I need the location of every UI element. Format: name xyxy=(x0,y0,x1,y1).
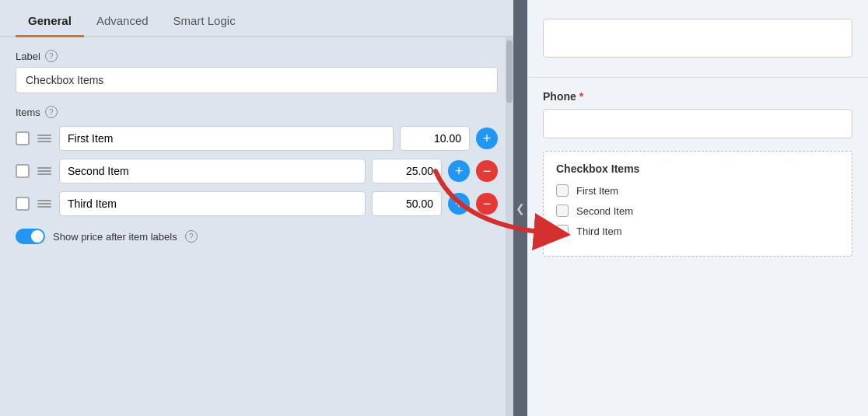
show-price-toggle[interactable] xyxy=(16,229,45,244)
label-help-icon[interactable]: ? xyxy=(45,50,58,62)
checkbox-option-2: Second Item xyxy=(556,205,839,217)
item-checkbox-3[interactable] xyxy=(16,197,30,211)
item-price-input-3[interactable] xyxy=(372,191,442,216)
right-top-input-box xyxy=(543,19,852,58)
scrollbar[interactable] xyxy=(506,37,513,416)
right-content-area: Phone * Checkbox Items First Item Second… xyxy=(527,78,868,416)
items-form-group: Items ? + xyxy=(16,106,498,216)
tab-advanced[interactable]: Advanced xyxy=(84,6,161,37)
collapse-icon: ❮ xyxy=(516,202,525,215)
item-checkbox-1[interactable] xyxy=(16,131,30,145)
opt-checkbox-3[interactable] xyxy=(556,225,569,237)
remove-item-button-3[interactable]: − xyxy=(476,193,498,215)
tabs-bar: General Advanced Smart Logic xyxy=(0,0,513,37)
phone-field-label: Phone * xyxy=(543,90,852,103)
phone-input-box[interactable] xyxy=(543,109,852,138)
tab-general[interactable]: General xyxy=(16,6,84,37)
drag-handle-3[interactable] xyxy=(36,198,53,209)
item-name-input-2[interactable] xyxy=(59,159,366,184)
items-help-icon[interactable]: ? xyxy=(45,106,58,118)
item-checkbox-2[interactable] xyxy=(16,164,30,178)
add-item-button-3[interactable]: + xyxy=(448,193,470,215)
add-item-button-1[interactable]: + xyxy=(476,128,498,149)
checkbox-items-preview-title: Checkbox Items xyxy=(556,163,839,175)
scrollbar-thumb[interactable] xyxy=(506,40,513,103)
label-form-group: Label ? xyxy=(16,50,498,93)
item-price-input-1[interactable] xyxy=(400,126,470,151)
left-panel: General Advanced Smart Logic Label ? Ite… xyxy=(0,0,513,416)
show-price-label: Show price after item labels xyxy=(53,231,177,243)
checkbox-option-1: First Item xyxy=(556,184,839,197)
show-price-help-icon[interactable]: ? xyxy=(185,230,198,243)
opt-label-1: First Item xyxy=(576,185,618,197)
label-field-label: Label ? xyxy=(16,50,498,62)
opt-checkbox-1[interactable] xyxy=(556,184,569,197)
tab-smart-logic[interactable]: Smart Logic xyxy=(161,6,248,37)
opt-label-2: Second Item xyxy=(576,205,633,217)
panel-divider[interactable]: ❮ xyxy=(513,0,527,416)
label-text-input[interactable] xyxy=(16,67,498,93)
add-item-button-2[interactable]: + xyxy=(448,160,470,182)
right-panel: Phone * Checkbox Items First Item Second… xyxy=(527,0,868,416)
item-price-input-2[interactable] xyxy=(372,159,442,184)
drag-handle-2[interactable] xyxy=(36,166,53,177)
left-content-area: Label ? Items ? + xyxy=(0,37,513,416)
item-row-2: + − xyxy=(16,159,498,184)
required-star: * xyxy=(579,90,583,103)
opt-label-3: Third Item xyxy=(576,225,622,237)
item-row-3: + − xyxy=(16,191,498,216)
item-row-1: + xyxy=(16,126,498,151)
item-name-input-3[interactable] xyxy=(59,191,366,216)
show-price-toggle-row: Show price after item labels ? xyxy=(16,229,498,244)
drag-handle-1[interactable] xyxy=(36,133,53,144)
opt-checkbox-2[interactable] xyxy=(556,205,569,217)
checkbox-option-3: Third Item xyxy=(556,225,839,237)
right-top-area xyxy=(527,0,868,78)
item-name-input-1[interactable] xyxy=(59,126,394,151)
remove-item-button-2[interactable]: − xyxy=(476,160,498,182)
items-header: Items ? xyxy=(16,106,498,118)
checkbox-items-preview: Checkbox Items First Item Second Item Th… xyxy=(543,151,852,257)
